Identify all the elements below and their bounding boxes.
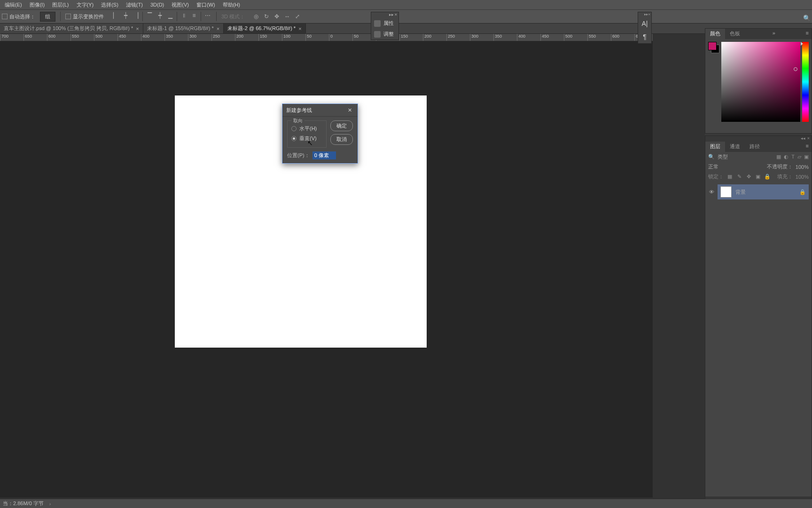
expand-icon[interactable]: » [770,29,778,39]
filter-type-icon[interactable]: T [791,154,795,160]
pan-3d-icon: ✥ [273,13,281,20]
properties-panel-button[interactable]: 属性 [371,18,398,29]
dialog-title: 新建参考线 [286,107,312,114]
align-middle-icon[interactable]: ┿ [156,12,164,19]
menu-select[interactable]: 选择(S) [98,0,121,9]
search-icon[interactable]: 🔍 [708,154,715,160]
radio-vertical[interactable]: 垂直(V) [291,134,322,143]
dialog-titlebar[interactable]: 新建参考线 ✕ [282,104,358,117]
menu-view[interactable]: 视图(V) [169,0,192,9]
align-right-icon[interactable]: ▕ [132,12,140,19]
foreground-background-swatch[interactable] [708,42,719,53]
distribute-v-icon[interactable]: ≡ [190,12,198,19]
foreground-color[interactable] [708,42,717,50]
paragraph-panel-icon[interactable]: ¶ [638,30,651,43]
filter-type-dropdown[interactable]: 类型 [718,153,728,160]
align-icons: ▏ ┿ ▕ ▔ ┿ ▁ ⫴ ≡ ⋯ [111,12,211,21]
menu-window[interactable]: 窗口(W) [194,0,218,9]
tab-paths[interactable]: 路径 [745,142,765,152]
fill-value[interactable]: 100% [796,174,809,180]
ruler-tick: 400 [141,34,164,41]
lock-position-icon[interactable]: ✥ [745,174,752,180]
lock-transparency-icon[interactable]: ▦ [726,174,733,180]
show-transform-label: 显示变换控件 [73,13,104,20]
collapse-icon[interactable]: ▸▸ [644,12,648,17]
collapse-icon[interactable]: ◂◂ [801,136,805,142]
character-panel-icon[interactable]: A| [638,17,651,30]
position-input[interactable]: 0 像素 [312,151,336,159]
cancel-button[interactable]: 取消 [330,134,353,145]
layer-item-background[interactable]: 背景 🔒 [718,184,809,199]
menu-image[interactable]: 图像(I) [27,0,47,9]
opacity-label: 不透明度： [767,163,793,170]
auto-select-dropdown[interactable]: 组 [40,12,55,22]
tab-color[interactable]: 颜色 [705,29,725,39]
separator [216,12,217,21]
menu-bar: 编辑(E) 图像(I) 图层(L) 文字(Y) 选择(S) 滤镜(T) 3D(D… [0,0,812,9]
horizontal-ruler[interactable]: 7006506005505004504003503002502001501005… [0,34,653,41]
filter-adjustment-icon[interactable]: ◐ [784,154,789,160]
chevron-right-icon[interactable]: › [49,501,51,507]
blend-mode-dropdown[interactable]: 正常 [708,163,718,170]
auto-select-checkbox[interactable]: 自动选择： [2,13,35,20]
menu-layer[interactable]: 图层(L) [49,0,71,9]
adjustments-panel-button[interactable]: 调整 [371,29,398,40]
tab-swatches[interactable]: 色板 [725,29,745,39]
radio-icon [291,136,297,141]
lock-icon[interactable]: 🔒 [799,189,806,195]
close-icon[interactable]: ✕ [345,106,354,114]
search-icon[interactable]: 🔍 [803,15,811,22]
filter-smart-icon[interactable]: ▣ [804,154,809,160]
properties-mini-panel[interactable]: ▸▸ × 属性 调整 [371,12,399,40]
document-tab-1[interactable]: 直车主图设计.psd @ 100% (三角形拷贝 拷贝, RGB/8#) * × [0,24,143,33]
tab-channels[interactable]: 通道 [725,142,745,152]
doc-size-label[interactable]: 当：2.86M/0 字节 [3,500,44,507]
close-icon[interactable]: × [395,12,397,18]
ruler-tick: 550 [70,34,94,41]
panel-menu-icon[interactable]: ≡ [803,29,812,39]
separator [60,12,61,21]
lock-artboard-icon[interactable]: ▣ [755,174,761,180]
layers-panel: ◂◂ × 图层 通道 路径 ≡ 🔍 类型 ▦ ◐ T ▱ ▣ 正常 不透明度： … [705,135,812,508]
align-bottom-icon[interactable]: ▁ [166,12,174,19]
hue-slider[interactable] [802,42,809,122]
panel-menu-icon[interactable]: ≡ [803,142,812,152]
close-icon[interactable]: × [298,26,301,32]
lock-pixels-icon[interactable]: ✎ [736,174,742,180]
align-left-icon[interactable]: ▏ [111,12,119,19]
mode-3d-icons: ◎ ↻ ✥ ↔ ⤢ [252,13,301,20]
menu-3d[interactable]: 3D(D) [148,1,167,8]
menu-help[interactable]: 帮助(H) [220,0,243,9]
align-center-h-icon[interactable]: ┿ [122,12,129,19]
close-icon[interactable]: × [136,26,139,32]
separator [201,12,201,21]
color-panel-tabs: 颜色 色板 » ≡ [705,29,812,39]
radio-horizontal[interactable]: 水平(H) [291,124,322,134]
menu-edit[interactable]: 编辑(E) [2,0,25,9]
show-transform-checkbox[interactable]: 显示变换控件 [65,13,104,20]
distribute-h-icon[interactable]: ⫴ [180,12,187,19]
saturation-brightness-field[interactable] [721,42,800,122]
ruler-tick: 600 [47,34,70,41]
align-top-icon[interactable]: ▔ [146,12,153,19]
close-icon[interactable]: × [648,12,650,17]
opacity-value[interactable]: 100% [796,164,809,170]
tab-layers[interactable]: 图层 [705,142,725,152]
ok-button[interactable]: 确定 [330,120,353,131]
blend-opacity-row: 正常 不透明度： 100% [705,162,812,172]
collapse-icon[interactable]: ▸▸ [389,12,394,18]
layer-thumbnail[interactable] [720,186,732,198]
tab-label: 直车主图设计.psd @ 100% (三角形拷贝 拷贝, RGB/8#) * [4,25,133,32]
menu-type[interactable]: 文字(Y) [74,0,97,9]
layer-name[interactable]: 背景 [735,189,746,196]
close-icon[interactable]: × [217,26,219,32]
document-tab-2[interactable]: 未标题-1 @ 155%(RGB/8#) * × [143,24,224,33]
document-tab-3[interactable]: 未标题-2 @ 66.7%(RGB/8#) * × [224,24,305,33]
lock-all-icon[interactable]: 🔒 [764,174,771,180]
filter-pixel-icon[interactable]: ▦ [776,154,781,160]
more-options-icon[interactable]: ⋯ [204,12,211,19]
close-icon[interactable]: × [807,136,810,142]
menu-filter[interactable]: 滤镜(T) [123,0,146,9]
visibility-icon[interactable]: 👁 [708,189,715,195]
filter-shape-icon[interactable]: ▱ [797,154,801,160]
